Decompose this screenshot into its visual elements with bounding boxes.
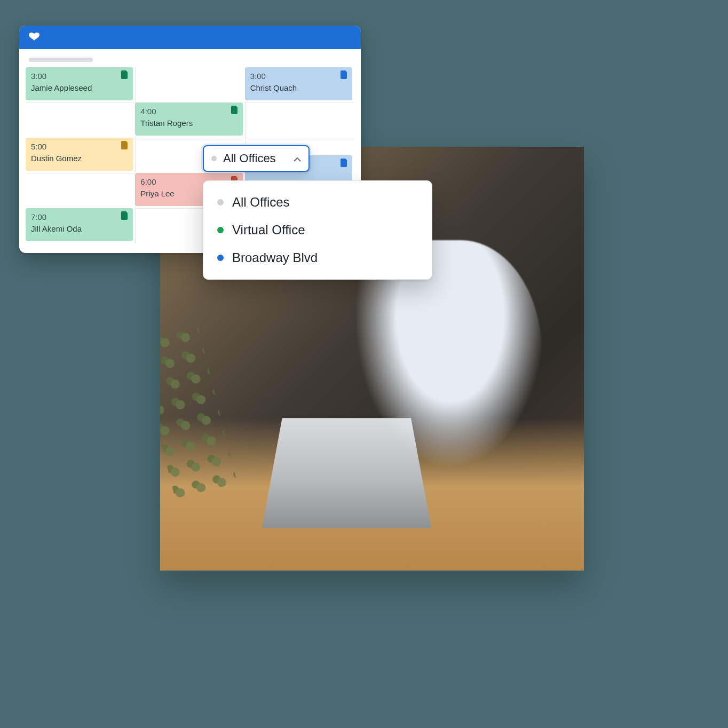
event-time: 3:00 <box>250 72 347 81</box>
office-option-broadway[interactable]: Broadway Blvd <box>203 244 432 272</box>
document-icon <box>341 70 348 81</box>
dropdown-selected-label: All Offices <box>223 152 276 165</box>
calendar-event[interactable]: 3:00Christ Quach <box>245 67 352 100</box>
option-label: Virtual Office <box>232 223 305 238</box>
event-name: Christ Quach <box>250 83 347 93</box>
header-skeleton <box>29 58 93 62</box>
document-icon <box>121 211 129 222</box>
event-name: Jamie Appleseed <box>31 83 128 93</box>
event-name: Tristan Rogers <box>140 118 237 128</box>
grid-col-line <box>135 67 136 243</box>
document-icon <box>231 106 239 116</box>
status-dot-icon <box>211 156 217 161</box>
status-dot-icon <box>217 227 224 233</box>
office-option-all[interactable]: All Offices <box>203 188 432 216</box>
office-filter-dropdown[interactable]: All Offices <box>203 145 310 172</box>
event-time: 3:00 <box>31 72 128 81</box>
event-name: Jill Akemi Oda <box>31 224 128 234</box>
office-option-virtual[interactable]: Virtual Office <box>203 216 432 244</box>
calendar-event[interactable]: 4:00Tristan Rogers <box>135 102 242 136</box>
option-label: Broadway Blvd <box>232 250 318 265</box>
calendar-event[interactable]: 5:00Dustin Gomez <box>26 138 133 171</box>
app-toolbar <box>19 26 361 49</box>
status-dot-icon <box>217 199 224 205</box>
document-icon <box>121 141 129 152</box>
event-time: 5:00 <box>31 142 128 152</box>
calendar-event[interactable]: 7:00Jill Akemi Oda <box>26 208 133 241</box>
option-label: All Offices <box>232 195 290 210</box>
office-filter-menu: All Offices Virtual Office Broadway Blvd <box>203 180 432 280</box>
document-icon <box>121 70 129 81</box>
event-time: 7:00 <box>31 212 128 222</box>
butterfly-logo-icon <box>28 32 41 43</box>
event-name: Dustin Gomez <box>31 154 128 163</box>
status-dot-icon <box>217 255 224 261</box>
calendar-window: 3:00Jamie Appleseed3:00Christ Quach4:00T… <box>19 26 361 253</box>
document-icon <box>341 159 348 169</box>
plant-decor <box>160 328 238 498</box>
calendar-event[interactable]: 3:00Jamie Appleseed <box>26 67 133 100</box>
laptop-shape <box>262 418 432 528</box>
event-time: 4:00 <box>140 107 237 116</box>
chevron-up-icon <box>294 152 301 165</box>
